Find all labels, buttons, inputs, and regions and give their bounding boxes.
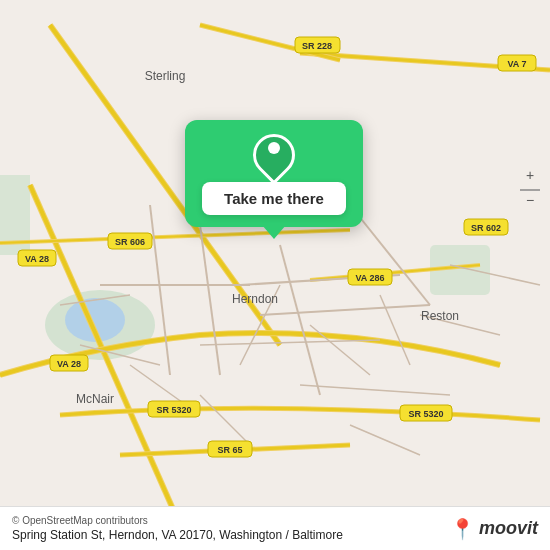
location-pin-icon [254, 134, 294, 174]
svg-text:VA 28: VA 28 [25, 254, 49, 264]
map-container: SR 228 VA 7 SR 606 SR 602 VA 28 VA 28 VA… [0, 0, 550, 550]
svg-text:SR 65: SR 65 [217, 445, 242, 455]
svg-text:+: + [526, 167, 534, 183]
moovit-brand-text: moovit [479, 518, 538, 539]
moovit-pin-icon: 📍 [450, 517, 475, 541]
svg-text:Sterling: Sterling [145, 69, 186, 83]
svg-text:SR 5320: SR 5320 [408, 409, 443, 419]
svg-text:Reston: Reston [421, 309, 459, 323]
osm-credit: © OpenStreetMap contributors [12, 515, 343, 526]
svg-text:SR 602: SR 602 [471, 223, 501, 233]
svg-text:SR 5320: SR 5320 [156, 405, 191, 415]
svg-text:VA 7: VA 7 [507, 59, 526, 69]
location-popup: Take me there [185, 120, 363, 227]
svg-text:VA 28: VA 28 [57, 359, 81, 369]
svg-text:Herndon: Herndon [232, 292, 278, 306]
address-line1: Spring Station St, Herndon, VA 20170, Wa… [12, 528, 343, 542]
bottom-bar-left: © OpenStreetMap contributors Spring Stat… [12, 515, 343, 542]
svg-text:McNair: McNair [76, 392, 114, 406]
take-me-there-button[interactable]: Take me there [202, 182, 346, 215]
svg-text:−: − [526, 192, 534, 208]
bottom-info-bar: © OpenStreetMap contributors Spring Stat… [0, 506, 550, 550]
moovit-logo: 📍 moovit [450, 517, 538, 541]
map-roads: SR 228 VA 7 SR 606 SR 602 VA 28 VA 28 VA… [0, 0, 550, 550]
svg-text:SR 606: SR 606 [115, 237, 145, 247]
svg-text:SR 228: SR 228 [302, 41, 332, 51]
svg-text:VA 286: VA 286 [355, 273, 384, 283]
